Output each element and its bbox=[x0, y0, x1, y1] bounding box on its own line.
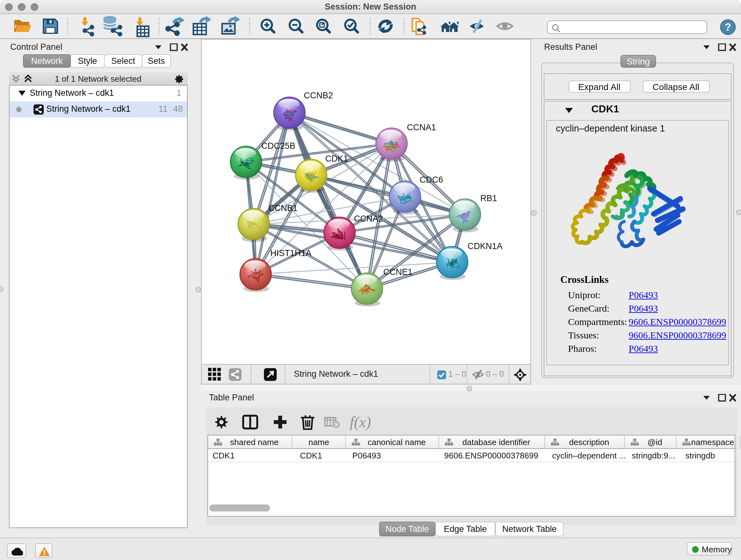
svg-text:CDC25B: CDC25B bbox=[261, 141, 295, 151]
svg-text:CCNA2: CCNA2 bbox=[354, 214, 383, 224]
svg-text:CCNB1: CCNB1 bbox=[268, 203, 297, 213]
svg-text:RB1: RB1 bbox=[480, 193, 497, 203]
svg-text:CCNE1: CCNE1 bbox=[383, 267, 412, 277]
svg-text:CDK1: CDK1 bbox=[325, 154, 348, 164]
svg-text:CDC6: CDC6 bbox=[419, 175, 443, 185]
svg-text:f(x): f(x) bbox=[349, 413, 371, 430]
svg-text:CCNA1: CCNA1 bbox=[407, 123, 436, 132]
svg-text:?: ? bbox=[725, 21, 731, 33]
svg-text:HIST1H1A: HIST1H1A bbox=[270, 248, 311, 258]
svg-text:CDKN1A: CDKN1A bbox=[467, 241, 502, 251]
svg-text:CCNB2: CCNB2 bbox=[304, 91, 333, 100]
